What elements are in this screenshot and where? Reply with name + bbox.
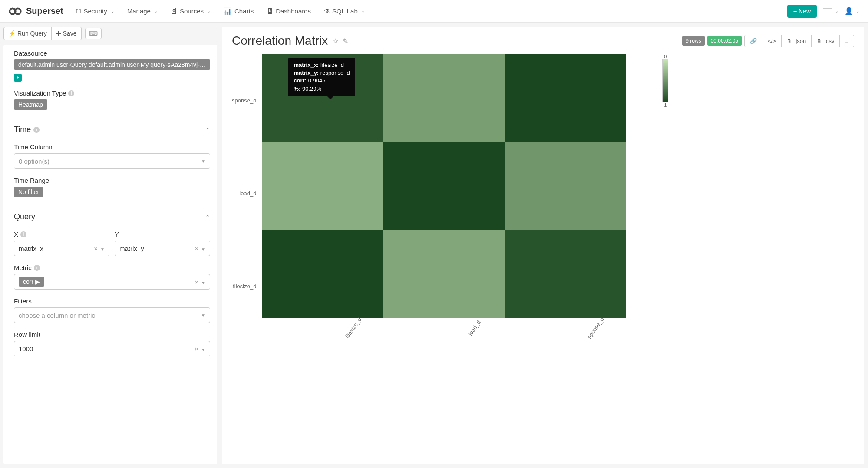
flask-icon: ⚗ (324, 7, 330, 15)
time-range-field: Time Range No filter (14, 177, 210, 198)
flag-us-icon (823, 8, 832, 14)
brand[interactable]: Superset (9, 6, 63, 16)
time-column-field: Time Column 0 option(s) ▼ (14, 143, 210, 169)
y-axis-label: sponse_d (232, 56, 256, 145)
chevron-down-icon: ▼ (201, 247, 205, 252)
datasource-add-button[interactable]: + (14, 74, 22, 82)
metric-field: Metric i corr▶ ×▼ (14, 264, 210, 290)
chevron-down-icon: ▼ (201, 347, 205, 352)
nav-item-manage[interactable]: Manage⌄ (127, 7, 158, 15)
heatmap-cell[interactable] (505, 54, 626, 142)
viz-type-label: Visualization Type i (14, 89, 210, 97)
chevron-down-icon: ▼ (201, 280, 205, 285)
nav-item-dashboards[interactable]: 🎛Dashboards (267, 7, 311, 15)
rows-badge: 9 rows (682, 36, 704, 46)
caret-right-icon: ▶ (35, 278, 40, 285)
save-button[interactable]: ✚Save (52, 27, 82, 40)
user-menu[interactable]: 👤⌄ (845, 7, 859, 15)
run-query-button[interactable]: ⚡Run Query (3, 27, 52, 40)
info-icon: i (68, 90, 74, 96)
heatmap-cell[interactable] (505, 142, 626, 230)
dashboard-icon: 🎛 (267, 7, 273, 15)
viz-type-value[interactable]: Heatmap (14, 99, 47, 110)
nav-right: + New ⌄ 👤⌄ (787, 5, 859, 18)
clear-icon[interactable]: × (94, 245, 98, 252)
colorbar-max-label: 1 (664, 102, 667, 108)
plus-circle-icon: ✚ (56, 30, 61, 37)
menu-button[interactable]: ≡ (840, 35, 854, 47)
heatmap-cell[interactable] (383, 142, 505, 230)
database-icon: 🗄 (171, 7, 177, 15)
link-icon: 🔗 (750, 38, 757, 44)
chevron-up-icon: ⌄ (205, 126, 210, 133)
nav-item-charts[interactable]: 📊Charts (224, 7, 254, 15)
main: Correlation Matrix ☆ ✎ 9 rows 00:00:02.0… (222, 27, 864, 464)
nav-item-security[interactable]: ⚙ﾟSecurity⌄ (76, 7, 114, 15)
chevron-down-icon: ⌄ (361, 9, 365, 13)
time-range-value[interactable]: No filter (14, 187, 43, 197)
clear-icon[interactable]: × (195, 245, 198, 252)
gears-icon: ⚙ﾟ (76, 7, 81, 15)
time-column-select[interactable]: 0 option(s) ▼ (14, 153, 210, 169)
user-icon: 👤 (845, 7, 853, 15)
time-column-label: Time Column (14, 143, 210, 151)
colorbar-gradient (662, 59, 668, 102)
hamburger-icon: ≡ (845, 38, 848, 44)
link-button[interactable]: 🔗 (745, 35, 762, 47)
nav-items: ⚙ﾟSecurity⌄ Manage⌄ 🗄Sources⌄ 📊Charts 🎛D… (76, 7, 787, 15)
chevron-down-icon: ⌄ (856, 9, 859, 13)
keyboard-shortcuts-button[interactable]: ⌨ (85, 28, 102, 39)
nav-item-sqllab[interactable]: ⚗SQL Lab⌄ (324, 7, 365, 15)
chevron-down-icon: ▼ (100, 247, 105, 252)
nav-item-sources[interactable]: 🗄Sources⌄ (171, 7, 211, 15)
chevron-down-icon: ▼ (201, 313, 205, 318)
x-select[interactable]: matrix_x ×▼ (14, 241, 109, 256)
main-header: Correlation Matrix ☆ ✎ 9 rows 00:00:02.0… (232, 34, 854, 48)
edit-icon[interactable]: ✎ (343, 37, 348, 45)
colorbar: 0 1 (662, 54, 668, 333)
json-button[interactable]: 🗎.json (782, 35, 812, 47)
embed-button[interactable]: </> (762, 35, 782, 47)
heatmap-y-axis: sponse_d load_d filesize_d (232, 54, 258, 333)
section-header-query[interactable]: Query ⌄ (14, 206, 210, 224)
chevron-up-icon: ⌄ (205, 214, 210, 221)
chevron-down-icon: ⌄ (835, 9, 838, 13)
page-title: Correlation Matrix (232, 34, 328, 48)
chevron-down-icon: ⌄ (111, 9, 114, 13)
section-header-time[interactable]: Time i ⌄ (14, 119, 210, 137)
bolt-icon: ⚡ (8, 30, 16, 37)
clear-icon[interactable]: × (195, 278, 198, 286)
locale-dropdown[interactable]: ⌄ (823, 8, 838, 14)
row-limit-select[interactable]: 1000 ×▼ (14, 341, 210, 356)
keyboard-icon: ⌨ (89, 30, 98, 37)
info-icon: i (34, 265, 40, 271)
y-select[interactable]: matrix_y ×▼ (115, 241, 210, 256)
controls-bar: ⚡Run Query ✚Save ⌨ (3, 27, 217, 40)
chevron-down-icon: ▼ (201, 159, 205, 164)
code-icon: </> (768, 38, 776, 44)
filters-select[interactable]: choose a column or metric ▼ (14, 307, 210, 323)
file-icon: 🗎 (787, 38, 792, 44)
info-icon: i (20, 231, 26, 237)
heatmap-grid[interactable]: matrix_x: filesize_d matrix_y: response_… (262, 54, 653, 318)
workspace: ⚡Run Query ✚Save ⌨ Datasource default.ad… (0, 23, 868, 468)
heatmap-cell[interactable] (383, 54, 505, 142)
csv-button[interactable]: 🗎.csv (812, 35, 840, 47)
new-button[interactable]: + New (787, 5, 817, 18)
brand-text: Superset (26, 6, 63, 16)
metric-select[interactable]: corr▶ ×▼ (14, 274, 210, 290)
bar-chart-icon: 📊 (224, 7, 232, 15)
clear-icon[interactable]: × (195, 345, 198, 353)
sidebar: ⚡Run Query ✚Save ⌨ Datasource default.ad… (0, 23, 221, 468)
star-icon[interactable]: ☆ (332, 37, 338, 45)
file-icon: 🗎 (817, 38, 822, 44)
y-axis-label: load_d (232, 149, 256, 237)
heatmap-cell[interactable] (262, 142, 383, 230)
config-panel: Datasource default.admin user-Query defa… (3, 45, 217, 464)
datasource-value[interactable]: default.admin user-Query default.admin u… (14, 59, 210, 70)
filters-field: Filters choose a column or metric ▼ (14, 297, 210, 323)
plus-icon: + (16, 75, 19, 81)
time-range-label: Time Range (14, 177, 210, 184)
time-badge: 00:00:02.05 (707, 36, 742, 46)
tooltip: matrix_x: filesize_d matrix_y: response_… (288, 58, 355, 96)
